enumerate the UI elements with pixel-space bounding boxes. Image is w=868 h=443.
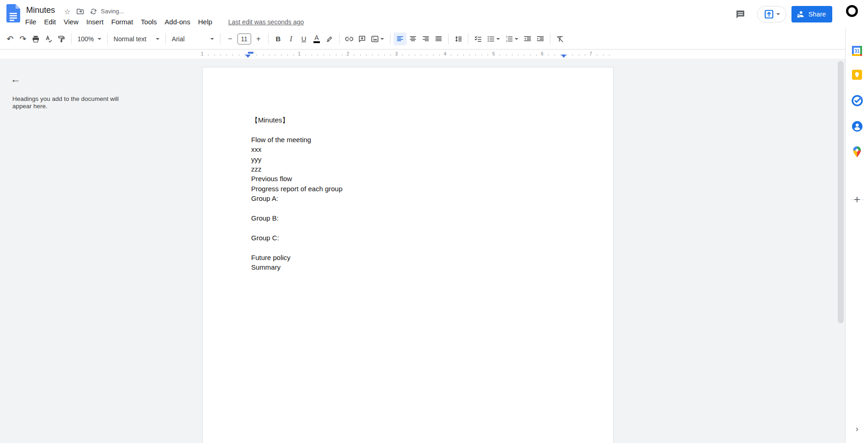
upload-button[interactable] [757,6,786,22]
google-docs-logo-icon[interactable] [6,4,20,22]
last-edit-link[interactable]: Last edit was seconds ago [228,18,304,26]
zoom-select[interactable]: 100% [75,33,104,45]
doc-line[interactable] [251,243,567,252]
share-button[interactable]: Share [791,6,832,22]
insert-link-button[interactable] [343,33,356,45]
google-keep-icon[interactable] [849,67,865,83]
doc-line[interactable]: Future policy [251,253,567,262]
ruler-number: 6 [541,51,544,56]
doc-line[interactable] [251,223,567,233]
menu-item[interactable]: Tools [138,17,159,27]
doc-line[interactable]: Flow of the meeting [251,135,567,144]
get-add-ons-button[interactable]: + [849,192,865,207]
justify-button[interactable] [432,33,445,45]
menu-item[interactable]: Format [109,17,136,27]
text-color-button[interactable]: A [310,33,323,45]
move-to-folder-icon[interactable] [75,6,85,17]
highlight-color-button[interactable] [323,33,336,45]
ruler-tick [281,54,281,56]
add-comment-button[interactable] [356,33,368,45]
ruler-tick [603,54,604,56]
upload-caret-icon [776,13,780,15]
ruler[interactable]: 11234567 [0,50,845,59]
menu-item[interactable]: View [61,17,81,27]
toolbar-separator [165,33,166,44]
undo-button[interactable]: ↶ [4,33,16,45]
menu-item[interactable]: Add-ons [162,17,193,27]
right-indent-marker[interactable] [561,55,566,58]
doc-line[interactable]: Previous flow [251,174,567,183]
increase-indent-button[interactable] [534,33,547,45]
bulleted-list-button[interactable] [484,33,503,45]
ruler-tick [469,54,470,56]
clear-formatting-button[interactable] [554,33,566,45]
insert-image-button[interactable] [368,33,387,45]
print-button[interactable] [29,33,42,45]
left-indent-marker[interactable] [245,55,251,58]
menu-item[interactable]: Edit [41,17,59,27]
spellcheck-button[interactable] [42,33,55,45]
italic-button[interactable]: I [285,33,297,45]
checklist-button[interactable] [472,33,484,45]
doc-line[interactable] [251,125,567,134]
doc-line[interactable]: yyy [251,155,567,164]
numbered-list-button[interactable]: 1 2 [503,33,521,45]
font-size-input[interactable]: 11 [237,33,251,44]
ruler-number: 4 [444,51,446,56]
ruler-tick [324,54,324,56]
show-side-panel-button[interactable]: › [849,421,865,437]
menu-item[interactable]: Insert [83,17,106,27]
google-calendar-icon[interactable]: 31 [849,43,865,59]
align-left-button[interactable] [394,33,407,45]
toolbar-separator [107,33,108,44]
decrease-indent-button[interactable] [521,33,534,45]
ruler-tick [530,54,531,56]
svg-text:1: 1 [506,35,508,38]
ruler-tick [390,54,391,56]
paragraph-style-select[interactable]: Normal text [111,33,162,45]
account-avatar[interactable] [846,5,858,17]
vertical-scrollbar[interactable] [838,61,844,323]
doc-line[interactable] [251,204,567,213]
doc-line[interactable]: Progress report of each group [251,184,567,194]
ruler-tick [372,54,373,56]
doc-line[interactable]: zzz [251,164,567,174]
font-family-select[interactable]: Arial [169,33,217,45]
align-center-button[interactable] [407,33,419,45]
increase-font-size-button[interactable]: + [252,33,265,45]
paint-format-button[interactable] [55,33,68,45]
line-spacing-button[interactable] [452,33,465,45]
document-page[interactable]: 【Minutes】 Flow of the meetingxxxyyyzzzPr… [202,67,614,443]
redo-button[interactable]: ↷ [16,33,29,45]
ruler-tick [269,54,269,56]
doc-line[interactable]: 【Minutes】 [251,115,567,125]
outline-placeholder-text: Headings you add to the document will ap… [12,95,127,110]
document-title[interactable]: Minutes [26,5,55,16]
menu-item[interactable]: File [22,17,39,27]
open-comments-icon[interactable] [732,6,748,22]
google-contacts-icon[interactable] [849,118,865,134]
doc-line[interactable]: Group B: [251,213,567,223]
doc-line[interactable]: Group A: [251,194,567,203]
ruler-tick [312,54,312,56]
underline-button[interactable]: U [297,33,310,45]
star-icon[interactable]: ☆ [62,6,72,17]
ruler-tick [536,54,537,56]
doc-line[interactable]: Summary [251,262,567,272]
google-tasks-icon[interactable] [849,93,865,108]
ruler-tick [609,54,610,56]
doc-line[interactable]: xxx [251,144,567,154]
align-right-button[interactable] [419,33,432,45]
google-maps-icon[interactable] [849,144,865,160]
doc-line[interactable]: Group C: [251,233,567,243]
ruler-number: 1 [298,51,301,56]
document-text[interactable]: 【Minutes】 Flow of the meetingxxxyyyzzzPr… [251,115,567,272]
decrease-font-size-button[interactable]: − [224,33,236,45]
ruler-tick [451,54,451,56]
ruler-tick [232,54,233,56]
first-line-indent-marker[interactable] [248,52,253,54]
ruler-number: 1 [201,51,203,56]
bold-button[interactable]: B [272,33,285,45]
menu-item[interactable]: Help [195,17,215,27]
close-outline-button[interactable]: ← [8,72,23,87]
